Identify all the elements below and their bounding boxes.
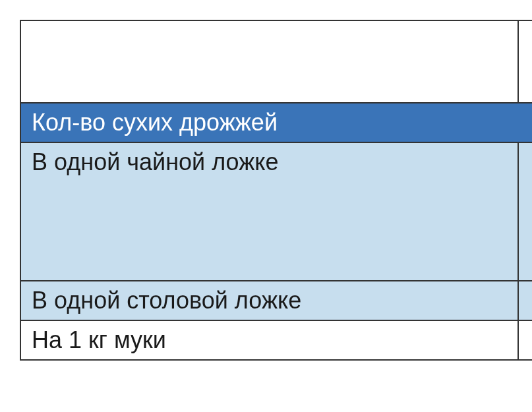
table-section-header: Кол-во сухих дрожжей — [21, 103, 532, 143]
row-label: В одной столовой ложке — [32, 287, 301, 314]
row-label: В одной чайной ложке — [32, 148, 278, 175]
empty-header-cell — [21, 21, 532, 103]
table-row: На 1 кг муки — [21, 321, 532, 359]
header-column-divider — [519, 21, 532, 102]
header-row-divider — [519, 62, 532, 63]
row-label: На 1 кг муки — [32, 326, 166, 353]
yeast-table: Кол-во сухих дрожжей В одной чайной ложк… — [20, 20, 532, 361]
section-header-text: Кол-во сухих дрожжей — [32, 109, 278, 136]
table-row: В одной столовой ложке — [21, 281, 532, 321]
table-row: В одной чайной ложке — [21, 143, 532, 281]
